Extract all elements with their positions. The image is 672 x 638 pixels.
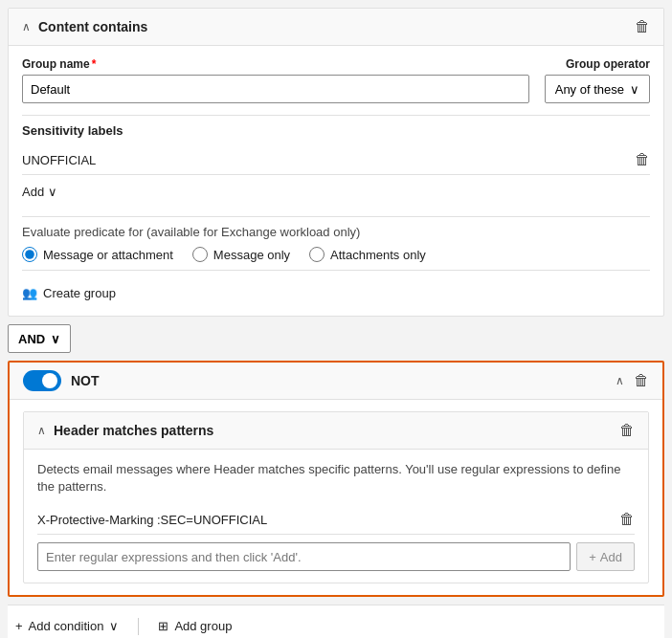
header-matches-title: Header matches patterns <box>54 423 213 438</box>
and-operator-label: AND <box>18 332 45 346</box>
header-matches-description: Detects email messages where Header matc… <box>37 461 635 495</box>
evaluate-label: Evaluate predicate for (available for Ex… <box>22 225 650 239</box>
group-operator-value: Any of these <box>555 82 624 97</box>
radio-msg-only-input[interactable] <box>192 247 208 262</box>
add-group-icon: ⊞ <box>158 619 168 633</box>
header-left: ∧ Content contains <box>22 19 147 34</box>
content-contains-body: Group name* Group operator Any of these … <box>9 46 663 316</box>
add-group-button[interactable]: ⊞ Add group <box>158 615 232 637</box>
pattern-row: X-Protective-Marking :SEC=UNOFFICIAL 🗑 <box>37 505 635 535</box>
divider-2 <box>22 216 650 217</box>
radio-group: Message or attachment Message only Attac… <box>22 247 650 262</box>
not-toggle[interactable] <box>23 370 61 391</box>
chevron-down-icon: ∨ <box>630 82 639 97</box>
add-condition-chevron-icon: ∨ <box>109 619 119 633</box>
group-name-label: Group name* <box>22 57 529 71</box>
add-chevron-down-icon: ∨ <box>48 185 57 199</box>
radio-msg-only[interactable]: Message only <box>192 247 290 262</box>
not-collapse-icon[interactable]: ∧ <box>616 374 624 387</box>
add-group-label: Add group <box>174 619 232 633</box>
bottom-toolbar: + Add condition ∨ ⊞ Add group <box>8 605 664 638</box>
and-chevron-down-icon: ∨ <box>51 332 60 346</box>
toolbar-divider <box>138 618 139 635</box>
group-name-section: Group name* <box>22 57 529 103</box>
toggle-slider <box>23 370 61 391</box>
content-contains-card: ∧ Content contains 🗑 Group name* Group o… <box>8 8 664 317</box>
sensitivity-labels-title: Sensitivity labels <box>22 123 650 138</box>
pattern-value: X-Protective-Marking :SEC=UNOFFICIAL <box>37 513 267 527</box>
radio-msg-or-attach-input[interactable] <box>22 247 37 262</box>
regex-input-row: + Add <box>37 542 635 571</box>
group-operator-section: Group operator Any of these ∨ <box>545 57 650 103</box>
add-label-text: Add <box>22 185 44 199</box>
and-operator-row: AND ∨ <box>8 324 664 353</box>
radio-msg-only-label: Message only <box>213 248 290 262</box>
group-name-input[interactable] <box>22 75 529 103</box>
radio-msg-or-attach-label: Message or attachment <box>43 248 173 262</box>
evaluate-section: Evaluate predicate for (available for Ex… <box>22 225 650 262</box>
delete-pattern-icon[interactable]: 🗑 <box>619 511 635 528</box>
add-regex-label: Add <box>600 550 622 564</box>
inner-collapse-icon[interactable]: ∧ <box>37 424 46 437</box>
header-matches-body: Detects email messages where Header matc… <box>24 450 648 583</box>
inner-header-left: ∧ Header matches patterns <box>37 423 213 438</box>
add-condition-button[interactable]: + Add condition ∨ <box>15 615 119 637</box>
content-contains-header: ∧ Content contains 🗑 <box>9 9 663 46</box>
group-name-row: Group name* Group operator Any of these … <box>22 57 650 103</box>
header-matches-header: ∧ Header matches patterns 🗑 <box>24 412 648 450</box>
header-matches-card: ∧ Header matches patterns 🗑 Detects emai… <box>23 411 649 583</box>
radio-attach-only-input[interactable] <box>309 247 325 262</box>
add-regex-plus-icon: + <box>589 550 596 564</box>
create-group-label: Create group <box>43 286 116 300</box>
unofficial-label-row: UNOFFICIAL 🗑 <box>22 145 650 175</box>
regex-input[interactable] <box>37 542 571 571</box>
delete-not-section-icon[interactable]: 🗑 <box>634 372 649 389</box>
add-condition-plus-icon: + <box>15 619 23 633</box>
delete-unofficial-icon[interactable]: 🗑 <box>635 151 650 168</box>
add-condition-label: Add condition <box>29 619 104 633</box>
people-icon: 👥 <box>22 286 37 300</box>
delete-content-contains-icon[interactable]: 🗑 <box>635 18 650 35</box>
group-operator-label: Group operator <box>566 57 650 71</box>
unofficial-label-text: UNOFFICIAL <box>22 153 96 167</box>
radio-attach-only[interactable]: Attachments only <box>309 247 426 262</box>
and-operator-dropdown[interactable]: AND ∨ <box>8 324 71 353</box>
collapse-icon[interactable]: ∧ <box>22 20 31 33</box>
not-label: NOT <box>71 373 100 388</box>
not-header-right: ∧ 🗑 <box>616 372 649 389</box>
radio-msg-or-attach[interactable]: Message or attachment <box>22 247 173 262</box>
radio-attach-only-label: Attachments only <box>330 248 426 262</box>
create-group-button[interactable]: 👥 Create group <box>22 278 116 304</box>
divider-3 <box>22 270 650 271</box>
add-label-button[interactable]: Add ∨ <box>22 179 57 205</box>
not-section: NOT ∧ 🗑 ∧ Header matches patterns 🗑 Dete… <box>8 361 664 597</box>
divider-1 <box>22 115 650 116</box>
not-header-left: NOT <box>23 370 100 391</box>
content-contains-title: Content contains <box>38 19 147 34</box>
add-regex-button[interactable]: + Add <box>576 542 635 571</box>
group-operator-dropdown[interactable]: Any of these ∨ <box>545 75 650 103</box>
not-header: NOT ∧ 🗑 <box>10 363 662 400</box>
delete-header-matches-icon[interactable]: 🗑 <box>619 422 635 439</box>
